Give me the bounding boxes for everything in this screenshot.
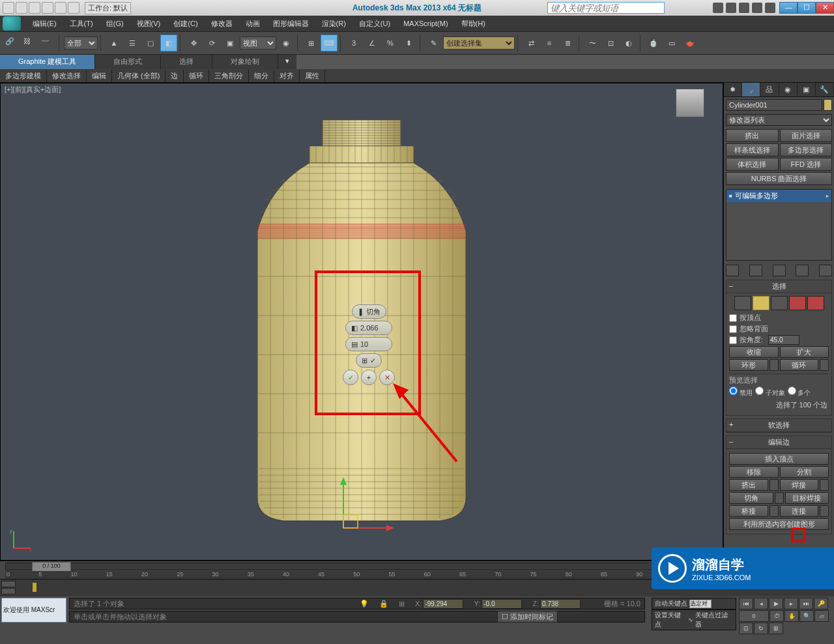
anglespin[interactable] [768, 335, 799, 345]
time-slider-thumb[interactable]: 0 / 100 [32, 562, 71, 572]
ribbon-expand-icon[interactable]: ▾ [278, 55, 296, 69]
object-color-swatch[interactable] [824, 99, 832, 111]
configure-sets-icon[interactable] [819, 265, 832, 276]
btn-remove[interactable]: 移除 [729, 466, 779, 478]
selection-filter[interactable]: 全部 [64, 37, 98, 50]
next-frame-icon[interactable]: ▸ [784, 598, 798, 609]
ribbonsub-loops[interactable]: 循环 [184, 70, 209, 82]
chk-byangle[interactable] [729, 336, 737, 344]
ref-coord-system[interactable]: 视图 [240, 37, 276, 50]
zoom-extents-icon[interactable]: ⊡ [739, 622, 753, 634]
radio-subobj[interactable]: 子对象 [755, 387, 785, 398]
maximize-button[interactable]: ☐ [798, 2, 816, 14]
btn-shrink[interactable]: 收缩 [729, 346, 779, 358]
maxscript-listener[interactable]: 欢迎使用 MAXScr [1, 598, 66, 622]
ribbonsub-props[interactable]: 属性 [300, 70, 325, 82]
btn-grow[interactable]: 扩大 [780, 346, 829, 358]
ribbonsub-polymodel[interactable]: 多边形建模 [0, 70, 47, 82]
ribbon-tab-graphite[interactable]: Graphite 建模工具 [0, 55, 95, 69]
mirror-icon[interactable]: ⇄ [523, 35, 539, 51]
coord-y[interactable] [482, 599, 522, 609]
make-unique-icon[interactable] [773, 265, 786, 276]
prev-frame-icon[interactable]: ◂ [754, 598, 768, 609]
menu-help[interactable]: 帮助(H) [455, 17, 492, 31]
viewcube[interactable] [676, 89, 704, 117]
time-config-icon[interactable]: ⏱ [769, 610, 784, 622]
btn-weld[interactable]: 焊接 [780, 479, 819, 491]
subscription-icon[interactable] [726, 3, 736, 13]
app-menu-icon[interactable] [3, 16, 21, 31]
lock-icon[interactable]: 💡 [360, 600, 369, 608]
bind-icon[interactable]: 〰 [39, 35, 56, 51]
named-selection-sets[interactable]: 创建选择集 [443, 37, 515, 50]
ribbon-tab-selection[interactable]: 选择 [161, 55, 212, 69]
ribbon-tab-objectpaint[interactable]: 对象绘制 [212, 55, 278, 69]
window-crossing-icon[interactable]: ◧ [160, 35, 177, 51]
mod-extrude[interactable]: 挤出 [726, 129, 779, 142]
orbit-icon[interactable]: ↻ [754, 622, 768, 634]
play-icon[interactable]: ▶ [769, 598, 783, 609]
key-selected[interactable] [689, 600, 712, 608]
viewport-label[interactable]: [+][前][真实+边面] [5, 85, 61, 95]
show-end-result-icon[interactable] [749, 265, 762, 276]
move-icon[interactable]: ✥ [185, 35, 202, 51]
search-input[interactable] [547, 2, 665, 14]
caddy-apply-icon[interactable]: + [361, 370, 377, 385]
ribbonsub-edges[interactable]: 边 [165, 70, 184, 82]
caddy-segments-input[interactable] [360, 340, 386, 348]
favorites-icon[interactable] [752, 3, 762, 13]
ribbonsub-geometry[interactable]: 几何体 (全部) [112, 70, 165, 82]
caddy-amount-field[interactable]: ◧ [345, 321, 392, 335]
qat-save-icon[interactable] [29, 2, 40, 14]
btn-connect[interactable]: 连接 [780, 505, 819, 517]
btn-loop[interactable]: 循环 [780, 359, 819, 371]
angle-snap-icon[interactable]: ∠ [364, 35, 381, 51]
goto-end-icon[interactable]: ⏭ [799, 598, 813, 609]
pin-stack-icon[interactable] [726, 265, 739, 276]
btn-split[interactable]: 分割 [780, 466, 829, 478]
rectangular-region-icon[interactable]: ▢ [142, 35, 159, 51]
bridge-settings-icon[interactable] [769, 505, 779, 517]
trackbar-icon1[interactable] [1, 581, 16, 587]
mod-patchsel[interactable]: 面片选择 [780, 129, 833, 142]
qat-undo-icon[interactable] [42, 2, 53, 14]
btn-extrude[interactable]: 挤出 [729, 479, 768, 491]
modify-tab-icon[interactable]: ◞ [742, 83, 760, 96]
help-icon[interactable] [765, 3, 775, 13]
pan-icon[interactable]: ✋ [784, 610, 799, 622]
menu-modifiers[interactable]: 修改器 [205, 17, 239, 31]
caddy-ok-icon[interactable]: ✓ [343, 370, 358, 385]
fov-icon[interactable]: ▱ [814, 610, 829, 622]
transform-type-icon[interactable]: ⊞ [399, 600, 405, 608]
coord-x[interactable] [423, 599, 463, 609]
menu-maxscript[interactable]: MAXScript(M) [397, 18, 454, 29]
pivot-icon[interactable]: ◉ [278, 35, 295, 51]
link-icon[interactable]: 🔗 [3, 35, 20, 51]
caddy-options[interactable]: ⊞ ✓ [356, 353, 381, 368]
ring-spinner-icon[interactable] [769, 359, 779, 371]
autokey-button[interactable]: 自动关键点 [655, 599, 687, 608]
qat-redo-icon[interactable] [55, 2, 66, 14]
zoom-icon[interactable]: 🔍 [799, 610, 814, 622]
mod-nurbssel[interactable]: NURBS 曲面选择 [726, 172, 832, 185]
rollout-selection-header[interactable]: –选择 [726, 280, 831, 293]
mod-polysel[interactable]: 多边形选择 [780, 143, 833, 156]
qat-project-icon[interactable] [68, 2, 79, 14]
keyboard-shortcut-icon[interactable]: ⌨ [321, 35, 338, 51]
display-tab-icon[interactable]: ▣ [798, 83, 816, 96]
rollout-editedges-header[interactable]: –编辑边 [726, 436, 831, 449]
time-slider[interactable]: 0 / 100 0510 152025 303540 455055 606570… [0, 561, 723, 579]
caddy-segments-field[interactable]: ▤ [345, 337, 392, 351]
select-by-name-icon[interactable]: ☰ [124, 35, 141, 51]
ribbonsub-modifysel[interactable]: 修改选择 [47, 70, 87, 82]
extrude-settings-icon[interactable] [769, 479, 779, 491]
unlink-icon[interactable]: ⛓ [21, 35, 38, 51]
menu-animation[interactable]: 动画 [239, 17, 266, 31]
subobj-border-icon[interactable] [771, 296, 788, 310]
qat-open-icon[interactable] [16, 2, 27, 14]
manipulate-icon[interactable]: ⊞ [302, 35, 319, 51]
ribbonsub-tri[interactable]: 三角剖分 [209, 70, 249, 82]
ribbon-tab-freeform[interactable]: 自由形式 [95, 55, 161, 69]
mod-volsel[interactable]: 体积选择 [726, 158, 779, 171]
qat-new-icon[interactable] [3, 2, 14, 14]
